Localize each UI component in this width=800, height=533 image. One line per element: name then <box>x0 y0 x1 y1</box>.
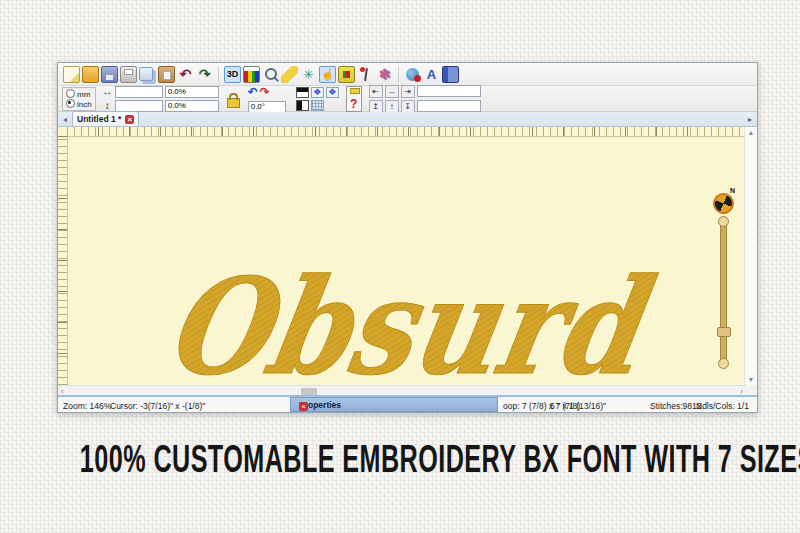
embroidery-design[interactable]: Obsurd <box>163 245 663 385</box>
scroll-down-icon[interactable]: ▼ <box>745 376 757 383</box>
design-notes-icon[interactable]: ? <box>346 86 362 112</box>
page: { "caption": "100% CUSTOMABLE EMBROIDERY… <box>0 0 800 533</box>
undo-icon[interactable] <box>177 66 194 83</box>
width-arrows-icon: ↔ <box>102 86 113 97</box>
tab-close-icon[interactable] <box>125 115 134 124</box>
tab-scroll-left-icon[interactable]: ◂ <box>58 115 72 124</box>
radio-inch[interactable] <box>66 99 75 108</box>
caption-banner: 100% CUSTOMABLE EMBROIDERY BX FONT WITH … <box>0 436 800 470</box>
height-input[interactable] <box>115 100 163 112</box>
slider-top-knob[interactable] <box>718 216 729 227</box>
fit-hoop-icon[interactable]: ❖ <box>326 87 339 98</box>
design-text: Obsurd <box>163 249 663 385</box>
unit-inch-label: inch <box>77 100 92 109</box>
globe-icon[interactable] <box>404 66 421 83</box>
stitch-pattern-icon[interactable] <box>376 66 393 83</box>
hoop-frame-icon[interactable] <box>338 66 355 83</box>
align-v-input[interactable] <box>417 100 481 112</box>
align-left-icon[interactable]: ⇤ <box>369 85 383 98</box>
grid-icon[interactable] <box>311 100 324 111</box>
height-arrows-icon: ↕ <box>102 100 113 111</box>
height-percent-input[interactable] <box>165 100 219 112</box>
paste-icon[interactable] <box>158 66 175 83</box>
toolbar-separator <box>398 66 399 82</box>
copy-icon[interactable] <box>139 67 153 81</box>
new-document-icon[interactable] <box>63 66 80 83</box>
radio-mm[interactable] <box>66 89 75 98</box>
align-bottom-icon[interactable]: ↧ <box>401 100 415 113</box>
status-cursor: Cursor: -3(7/16)" x -(1/8)" <box>110 401 205 411</box>
status-zoom: Zoom: 146% <box>63 401 111 411</box>
align-top-icon[interactable]: ↥ <box>369 100 383 113</box>
properties-title: Properties <box>299 400 495 410</box>
measure-icon[interactable] <box>281 66 298 83</box>
tab-untitled-1[interactable]: Untitled 1 * <box>72 111 139 126</box>
toolbar-separator <box>218 66 219 82</box>
lock-aspect-icon[interactable] <box>227 98 240 108</box>
embroidery-design-svg: Obsurd <box>163 245 663 385</box>
contrast-icon[interactable] <box>296 100 309 111</box>
design-library-icon[interactable] <box>442 66 459 83</box>
design-canvas[interactable]: Obsurd N <box>58 127 746 385</box>
scroll-up-icon[interactable]: ▲ <box>745 129 757 136</box>
compass-north-label: N <box>730 187 735 194</box>
unit-mm-option[interactable]: mm <box>66 89 92 99</box>
tab-scroll-right-icon[interactable]: ▸ <box>743 115 757 124</box>
needle-icon[interactable] <box>357 66 374 83</box>
rotate-right-icon[interactable]: ↷ <box>260 85 270 99</box>
properties-close-icon[interactable] <box>299 402 308 411</box>
slider-bottom-knob[interactable] <box>718 358 729 369</box>
status-bar: Zoom: 146% Cursor: -3(7/16)" x -(1/8)" P… <box>58 395 757 412</box>
center-design-icon[interactable]: ❖ <box>311 87 324 98</box>
rotate-left-icon[interactable]: ↶ <box>248 85 258 99</box>
tab-title: Untitled 1 * <box>77 114 121 124</box>
slider-handle[interactable] <box>717 327 731 337</box>
document-tab-bar: ◂ Untitled 1 * ▸ <box>58 112 757 127</box>
unit-inch-option[interactable]: inch <box>66 99 92 109</box>
width-input[interactable] <box>115 86 163 98</box>
rotation-input[interactable] <box>248 101 286 113</box>
embroidery-app-window: 3D A mm inch ↔ ↕ ↶↷ <box>57 62 758 413</box>
color-chart-icon[interactable] <box>243 66 260 83</box>
view-3d-button[interactable]: 3D <box>224 66 241 83</box>
caption-text: 100% CUSTOMABLE EMBROIDERY BX FONT WITH … <box>80 436 800 481</box>
open-file-icon[interactable] <box>82 66 99 83</box>
properties-panel-titlebar[interactable]: Properties <box>290 397 498 412</box>
windmill-icon[interactable] <box>300 66 317 83</box>
status-needles-colors: Ndls/Cols: 1/1 <box>696 401 749 411</box>
zoom-tool-icon[interactable] <box>262 66 279 83</box>
align-center-h-icon[interactable]: ↔ <box>385 85 399 98</box>
vertical-scrollbar[interactable]: ▲ ▼ <box>744 127 757 385</box>
width-percent-input[interactable] <box>165 86 219 98</box>
align-right-icon[interactable]: ⇥ <box>401 85 415 98</box>
top-ruler <box>67 127 746 137</box>
left-ruler <box>58 136 68 385</box>
save-icon[interactable] <box>101 66 118 83</box>
lettering-icon[interactable]: A <box>423 66 440 83</box>
properties-toolbar: mm inch ↔ ↕ ↶↷ ❖ ❖ <box>58 86 757 112</box>
redo-icon[interactable] <box>196 66 213 83</box>
units-group: mm inch <box>62 87 96 111</box>
align-h-input[interactable] <box>417 85 481 97</box>
main-toolbar: 3D A <box>58 63 757 86</box>
status-stitches: Stitches:9812 <box>650 401 702 411</box>
print-icon[interactable] <box>120 66 137 83</box>
status-design-size: 5 " x 1 (13/16)" <box>550 401 606 411</box>
zoom-slider[interactable] <box>720 219 727 366</box>
align-middle-v-icon[interactable]: ↕ <box>385 100 399 113</box>
flip-icon[interactable] <box>296 87 309 98</box>
pan-hand-icon[interactable] <box>319 66 336 83</box>
unit-mm-label: mm <box>77 90 90 99</box>
